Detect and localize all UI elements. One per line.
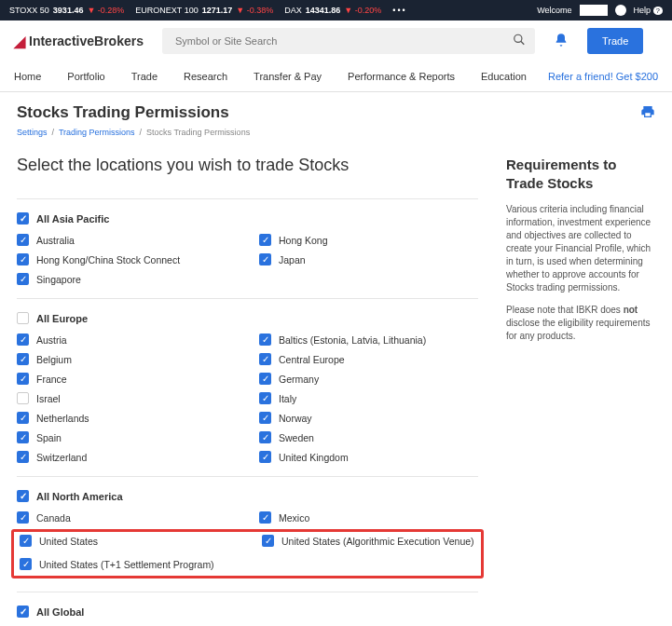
item-label: Hong Kong/China Stock Connect — [36, 254, 180, 265]
checkbox[interactable] — [259, 353, 271, 365]
svg-point-0 — [514, 34, 522, 42]
item-label: Mexico — [279, 512, 309, 524]
checkbox-all-global[interactable] — [17, 606, 29, 618]
region-europe: All Europe AustriaBaltics (Estonia, Latv… — [17, 299, 478, 477]
item-label: Hong Kong — [279, 235, 328, 246]
breadcrumb: Settings / Trading Permissions / Stocks … — [0, 128, 672, 146]
item-label: Singapore — [36, 274, 81, 285]
refer-friend-link[interactable]: Refer a friend! Get $200 — [548, 71, 658, 82]
region-north-america: All North America CanadaMexico United St… — [17, 477, 478, 592]
username-box — [580, 5, 608, 16]
checkbox[interactable] — [17, 333, 29, 346]
list-item: Switzerland — [17, 451, 259, 463]
checkbox[interactable] — [17, 373, 29, 385]
item-label: Canada — [36, 512, 71, 524]
list-item: United Kingdom — [259, 451, 478, 463]
logo-icon: ◢ — [14, 33, 25, 50]
list-item: United States (T+1 Settlement Program) — [20, 558, 262, 570]
breadcrumb-trading-permissions[interactable]: Trading Permissions — [59, 128, 135, 137]
list-item: Japan — [259, 253, 478, 265]
checkbox[interactable] — [20, 558, 32, 570]
checkbox-all-asia[interactable] — [17, 212, 29, 225]
checkbox-all-na[interactable] — [17, 490, 29, 502]
checkbox[interactable] — [259, 253, 271, 265]
item-label: France — [36, 374, 67, 385]
checkbox-all-europe[interactable] — [17, 312, 29, 324]
list-item: Mexico — [259, 511, 478, 524]
logo[interactable]: ◢ InteractiveBrokers — [14, 33, 144, 50]
checkbox[interactable] — [259, 451, 271, 463]
checkbox[interactable] — [259, 234, 271, 246]
list-item: Germany — [259, 373, 478, 385]
requirements-p2: Please note that IBKR does not disclose … — [506, 304, 655, 343]
item-label: Baltics (Estonia, Latvia, Lithuania) — [279, 334, 426, 346]
item-label: United States (T+1 Settlement Program) — [39, 559, 214, 570]
ticker-dax: DAX 14341.86 ▼ -0.20% — [284, 6, 381, 15]
checkbox[interactable] — [17, 253, 29, 265]
help-link[interactable]: Help ? — [634, 6, 663, 15]
checkbox[interactable] — [17, 234, 29, 246]
list-item: Belgium — [17, 353, 259, 365]
requirements-p1: Various criteria including financial inf… — [506, 203, 655, 294]
list-item: United States — [20, 535, 262, 547]
user-icon[interactable] — [615, 5, 626, 16]
page-title: Stocks Trading Permissions — [17, 103, 229, 122]
checkbox[interactable] — [17, 511, 29, 524]
checkbox[interactable] — [17, 392, 29, 404]
search-icon[interactable] — [513, 34, 526, 49]
requirements-sidebar: Requirements to Trade Stocks Various cri… — [506, 156, 655, 626]
checkbox[interactable] — [259, 412, 271, 424]
item-label: Central Europe — [279, 354, 345, 365]
top-ticker-bar: STOXX 50 3931.46 ▼ -0.28% EURONEXT 100 1… — [0, 0, 672, 20]
checkbox[interactable] — [259, 373, 271, 385]
checkbox[interactable] — [20, 535, 32, 547]
item-label: Spain — [36, 432, 62, 443]
checkbox[interactable] — [262, 535, 274, 547]
checkbox[interactable] — [259, 392, 271, 404]
nav-transfer[interactable]: Transfer & Pay — [254, 61, 322, 91]
checkbox[interactable] — [17, 353, 29, 365]
welcome-label: Welcome — [537, 6, 571, 15]
section-title: Select the locations you wish to trade S… — [17, 156, 478, 175]
print-icon[interactable] — [640, 104, 655, 122]
nav-education[interactable]: Education — [481, 61, 527, 91]
trade-button[interactable]: Trade — [587, 28, 643, 54]
list-item: Austria — [17, 333, 259, 346]
item-label: United Kingdom — [279, 452, 349, 463]
list-item: Spain — [17, 431, 259, 443]
list-item: Canada — [17, 511, 259, 524]
list-item: France — [17, 373, 259, 385]
list-item: Italy — [259, 392, 478, 404]
main-nav: Home Portfolio Trade Research Transfer &… — [0, 61, 672, 92]
item-label: Australia — [36, 235, 75, 246]
nav-performance[interactable]: Performance & Reports — [348, 61, 455, 91]
item-label: Belgium — [36, 354, 72, 365]
breadcrumb-settings[interactable]: Settings — [17, 128, 48, 137]
nav-research[interactable]: Research — [184, 61, 227, 91]
list-item: United States (Algorithmic Execution Ven… — [262, 535, 475, 547]
checkbox[interactable] — [259, 511, 271, 524]
list-item: Norway — [259, 412, 478, 424]
checkbox[interactable] — [17, 273, 29, 285]
checkbox[interactable] — [259, 431, 271, 443]
list-item: Australia — [17, 234, 259, 246]
region-asia-pacific: All Asia Pacific AustraliaHong KongHong … — [17, 199, 478, 299]
nav-portfolio[interactable]: Portfolio — [67, 61, 104, 91]
checkbox[interactable] — [17, 412, 29, 424]
list-item: Singapore — [17, 273, 259, 285]
item-label: Sweden — [279, 432, 314, 443]
checkbox[interactable] — [17, 451, 29, 463]
nav-home[interactable]: Home — [14, 61, 41, 91]
bell-icon[interactable] — [554, 33, 569, 50]
region-global: All Global Global (Trade in Fractions) — [17, 592, 478, 626]
item-label: Israel — [36, 393, 61, 404]
more-tickers-icon[interactable]: ••• — [392, 6, 406, 15]
checkbox[interactable] — [17, 431, 29, 443]
list-item: Israel — [17, 392, 259, 404]
search-input[interactable] — [162, 28, 535, 54]
ticker-euronext: EURONEXT 100 1271.17 ▼ -0.38% — [135, 6, 273, 15]
item-label: Switzerland — [36, 452, 87, 463]
item-label: Japan — [279, 254, 306, 265]
checkbox[interactable] — [259, 333, 271, 346]
nav-trade[interactable]: Trade — [131, 61, 158, 91]
